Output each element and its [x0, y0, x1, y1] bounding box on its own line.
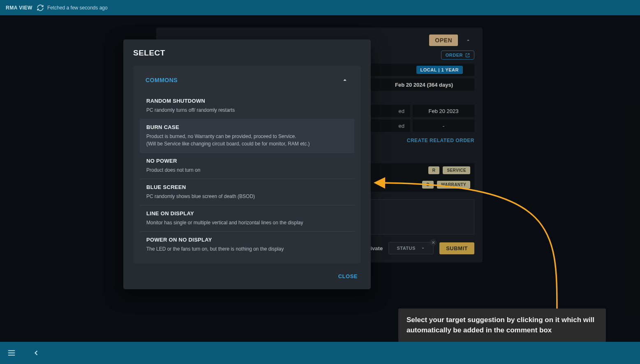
item-title: LINE ON DISPLAY — [146, 210, 348, 217]
modal-panel: COMMONS RANDOM SHUTDOWN PC randomly turn… — [133, 66, 361, 263]
suggestion-item-line-on-display[interactable]: LINE ON DISPLAY Monitor has single or mu… — [140, 205, 354, 231]
bottom-bar — [0, 342, 640, 364]
accordion-title: COMMONS — [146, 77, 178, 83]
item-title: RANDOM SHUTDOWN — [146, 98, 348, 104]
item-desc: Product is burned, no Warranty can be pr… — [146, 133, 348, 147]
close-button[interactable]: CLOSE — [335, 271, 361, 282]
item-title: BURN CASE — [146, 124, 348, 130]
accordion-list: RANDOM SHUTDOWN PC randomly turns off/ r… — [140, 93, 354, 261]
accordion-header[interactable]: COMMONS — [140, 74, 354, 93]
suggestion-item-blue-screen[interactable]: BLUE SCREEN PC randomly shows blue scree… — [140, 179, 354, 205]
item-title: BLUE SCREEN — [146, 184, 348, 190]
item-title: NO POWER — [146, 158, 348, 164]
menu-icon[interactable] — [4, 346, 19, 360]
suggestion-item-burn-case[interactable]: BURN CASE Product is burned, no Warranty… — [140, 119, 354, 152]
item-title: POWER ON NO DISPLAY — [146, 237, 348, 243]
chevron-up-icon — [341, 76, 349, 84]
item-desc: PC randomly turns off/ randomly restarts — [146, 106, 348, 114]
fetched-label: Fetched a few seconds ago — [47, 5, 108, 11]
select-modal: SELECT COMMONS RANDOM SHUTDOWN PC random… — [123, 39, 371, 289]
item-desc: Product does not turn on — [146, 166, 348, 174]
suggestion-item-random-shutdown[interactable]: RANDOM SHUTDOWN PC randomly turns off/ r… — [140, 93, 354, 119]
item-desc: PC randomly shows blue screen of death (… — [146, 193, 348, 200]
item-desc: The LED or the fans turn on, but there i… — [146, 245, 348, 253]
top-bar: RMA VIEW Fetched a few seconds ago — [0, 0, 640, 15]
page-title: RMA VIEW — [6, 5, 32, 11]
refresh-icon[interactable] — [37, 4, 44, 12]
suggestion-item-power-on-no-display[interactable]: POWER ON NO DISPLAY The LED or the fans … — [140, 231, 354, 258]
back-icon[interactable] — [29, 346, 44, 360]
instruction-tooltip: Select your target suggestion by clickin… — [398, 309, 606, 342]
item-desc: Monitor has single or multiple vertical … — [146, 219, 348, 226]
suggestion-item-no-power[interactable]: NO POWER Product does not turn on — [140, 152, 354, 179]
modal-title: SELECT — [133, 48, 361, 58]
